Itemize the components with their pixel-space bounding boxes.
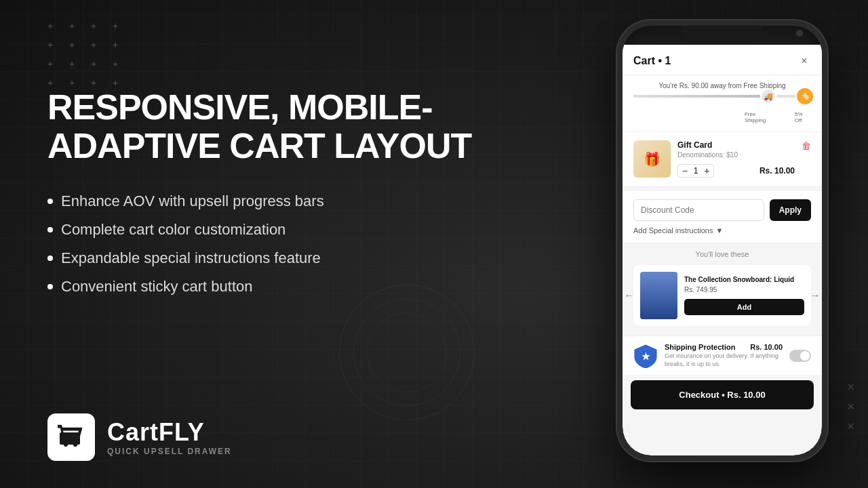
cart-logo-svg	[54, 420, 88, 454]
progress-track: 🚚	[633, 95, 811, 98]
feature-list: Enhance AOV with upsell progress bars Co…	[47, 192, 509, 296]
logo-icon	[47, 413, 95, 461]
protection-price: Rs. 10.00	[750, 343, 783, 351]
bullet-dot	[47, 284, 53, 289]
plus-symbol: +	[47, 39, 61, 50]
progress-fill	[633, 95, 776, 98]
logo-name: CartFLY	[107, 418, 232, 447]
logo-tagline: QUICK UPSELL DRAWER	[107, 447, 232, 456]
plus-symbol: +	[113, 77, 126, 88]
x-symbol: ×	[847, 380, 854, 394]
upsell-section: You'll love these ← The Collection Snowb…	[623, 243, 822, 333]
protection-info: Shipping Protection Rs. 10.00 Get insura…	[665, 343, 783, 368]
x-symbol: ×	[847, 400, 854, 414]
plus-symbol: +	[69, 20, 83, 31]
upsell-next-button[interactable]: →	[810, 289, 821, 302]
plus-symbol: +	[91, 20, 104, 31]
plus-symbol: +	[69, 77, 83, 88]
discount-code-input[interactable]	[633, 199, 764, 221]
upsell-card: ← The Collection Snowboard: Liquid Rs. 7…	[633, 265, 811, 326]
x-decorations: × × ×	[847, 380, 854, 434]
list-item: Expandable special instructions feature	[47, 249, 509, 267]
item-image: 🎁	[633, 140, 671, 178]
item-details: Gift Card Denominations: $10 − 1 + Rs. 1…	[677, 140, 795, 178]
upsell-title: You'll love these	[633, 250, 811, 258]
shipping-icon: 🚚	[760, 88, 776, 104]
phone-camera	[796, 30, 803, 37]
qty-value: 1	[692, 166, 700, 176]
protection-description: Get insurance on your delivery. If anyth…	[665, 352, 783, 368]
cart-item: 🎁 Gift Card Denominations: $10 − 1 + Rs.…	[623, 132, 822, 191]
plus-symbol: +	[47, 58, 61, 69]
plus-symbol: +	[113, 20, 126, 31]
special-instructions-text: Add Special instructions	[633, 226, 713, 235]
logo-section: CartFLY QUICK UPSELL DRAWER	[47, 413, 232, 461]
progress-text: You're Rs. 90.00 away from Free Shipping	[633, 82, 811, 89]
cart-panel: Cart • 1 × You're Rs. 90.00 away from Fr…	[623, 45, 822, 455]
chevron-down-icon: ▼	[715, 226, 723, 235]
bullet-dot	[47, 199, 53, 204]
item-variant: Denominations: $10	[677, 151, 795, 159]
item-price: Rs. 10.00	[760, 166, 795, 176]
shipping-protection-section: ★ Shipping Protection Rs. 10.00 Get insu…	[623, 336, 822, 375]
close-button[interactable]: ×	[797, 54, 811, 68]
plus-symbol: +	[47, 20, 61, 31]
x-symbol: ×	[847, 420, 854, 434]
logo-text-block: CartFLY QUICK UPSELL DRAWER	[107, 418, 232, 456]
item-name: Gift Card	[677, 140, 795, 150]
free-shipping-label: Free Shipping	[745, 111, 778, 123]
checkout-button[interactable]: Checkout • Rs. 10.00	[631, 380, 814, 409]
progress-labels: Free Shipping 5% Off	[633, 111, 811, 123]
plus-symbol: +	[91, 58, 104, 69]
bullet-text: Convenient sticky cart button	[61, 278, 252, 296]
upsell-add-button[interactable]: Add	[684, 299, 804, 315]
decrease-qty-button[interactable]: −	[682, 166, 688, 176]
percent-off-label: 5% Off	[795, 111, 811, 123]
shipping-protection-toggle[interactable]	[789, 350, 811, 362]
progress-section: You're Rs. 90.00 away from Free Shipping…	[623, 75, 822, 132]
bullet-text: Enhance AOV with upsell progress bars	[61, 192, 324, 210]
special-instructions-toggle[interactable]: Add Special instructions ▼	[633, 226, 811, 235]
phone-notch	[682, 26, 763, 41]
plus-symbol: +	[47, 77, 61, 88]
scroll-indicator	[823, 107, 825, 148]
upsell-product-name: The Collection Snowboard: Liquid	[684, 276, 804, 283]
main-heading: RESPONSIVE, MOBILE- ADAPTIVE CART LAYOUT	[47, 88, 509, 165]
increase-qty-button[interactable]: +	[704, 166, 709, 176]
bullet-text: Expandable special instructions feature	[61, 249, 321, 267]
protection-title: Shipping Protection Rs. 10.00	[665, 343, 783, 351]
plus-grid-decoration: + + + + + + + + + + + + + + + +	[47, 20, 126, 88]
list-item: Complete cart color customization	[47, 221, 509, 239]
list-item: Convenient sticky cart button	[47, 278, 509, 296]
cart-header: Cart • 1 ×	[623, 45, 822, 75]
apply-discount-button[interactable]: Apply	[770, 199, 811, 221]
plus-symbol: +	[113, 39, 126, 50]
bullet-dot	[47, 256, 53, 261]
discount-icon: 🏷️	[795, 87, 814, 106]
qty-control: − 1 +	[677, 164, 714, 178]
upsell-product-price: Rs. 749.95	[684, 286, 804, 293]
cart-title: Cart • 1	[633, 55, 671, 67]
phone-frame: Cart • 1 × You're Rs. 90.00 away from Fr…	[617, 20, 827, 461]
upsell-product-image	[640, 272, 677, 319]
shield-icon: ★	[633, 344, 658, 368]
item-qty-price: − 1 + Rs. 10.00	[677, 164, 795, 178]
svg-point-5	[74, 443, 77, 446]
svg-point-4	[64, 443, 68, 446]
bullet-dot	[47, 227, 53, 232]
upsell-prev-button[interactable]: ←	[624, 289, 635, 302]
plus-symbol: +	[91, 39, 104, 50]
discount-section: Apply Add Special instructions ▼	[623, 191, 822, 243]
plus-symbol: +	[91, 77, 104, 88]
list-item: Enhance AOV with upsell progress bars	[47, 192, 509, 210]
upsell-info: The Collection Snowboard: Liquid Rs. 749…	[684, 276, 804, 315]
plus-symbol: +	[69, 39, 83, 50]
bullet-text: Complete cart color customization	[61, 221, 285, 239]
discount-row: Apply	[633, 199, 811, 221]
svg-text:★: ★	[642, 351, 650, 362]
progress-bar: 🚚 🏷️	[633, 95, 811, 98]
plus-symbol: +	[69, 58, 83, 69]
circle-decoration	[339, 285, 475, 420]
left-content: RESPONSIVE, MOBILE- ADAPTIVE CART LAYOUT…	[47, 88, 509, 296]
delete-item-button[interactable]: 🗑	[802, 140, 811, 151]
